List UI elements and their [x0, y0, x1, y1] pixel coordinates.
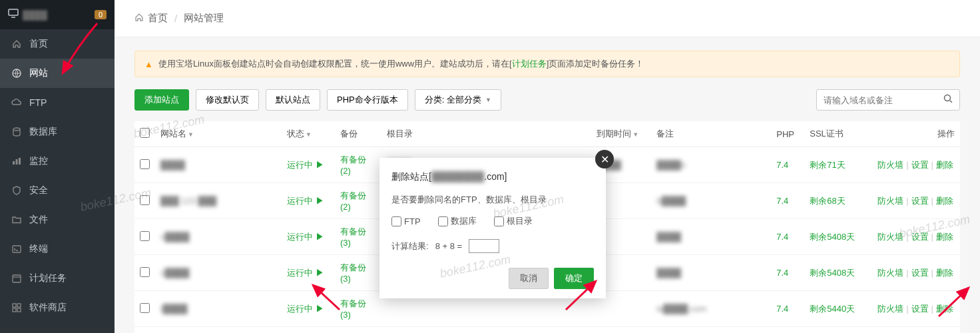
delete-link[interactable]: 删除 [936, 196, 953, 206]
root-checkbox[interactable] [494, 216, 504, 226]
delete-link[interactable]: 删除 [936, 160, 953, 170]
search-icon [943, 94, 953, 103]
backup-link[interactable]: 有备份(3) [340, 262, 366, 284]
settings-link[interactable]: 设置 [911, 304, 929, 314]
breadcrumb-home[interactable]: 首页 [148, 12, 168, 25]
svg-rect-11 [17, 304, 21, 307]
row-checkbox[interactable] [140, 303, 150, 313]
add-site-button[interactable]: 添加站点 [134, 89, 189, 111]
svg-point-3 [13, 128, 20, 131]
backup-link[interactable]: 有备份(2) [340, 190, 366, 212]
nav-item-database[interactable]: 数据库 [0, 117, 115, 147]
settings-link[interactable]: 设置 [911, 232, 929, 242]
folder-icon [11, 214, 23, 225]
svg-point-14 [945, 95, 951, 101]
nav-item-shield[interactable]: 安全 [0, 176, 115, 205]
sort-icon[interactable]: ▼ [632, 131, 638, 138]
chart-icon [11, 156, 23, 166]
nav-item-globe[interactable]: 网站 [0, 59, 115, 88]
category-select[interactable]: 分类: 全部分类 ▼ [415, 89, 501, 111]
ftp-checkbox[interactable] [391, 216, 401, 226]
home-icon [11, 39, 23, 49]
db-checkbox-label[interactable]: 数据库 [438, 215, 477, 227]
row-checkbox[interactable] [140, 231, 150, 241]
ssl-status[interactable]: 剩余68天 [810, 196, 845, 206]
database-icon [11, 127, 23, 137]
php-version[interactable]: 7.4 [776, 196, 788, 206]
confirm-button[interactable]: 确定 [554, 268, 594, 289]
status-badge[interactable]: 运行中 ▶ [287, 304, 324, 314]
site-name[interactable]: t████ [160, 304, 187, 314]
php-version[interactable]: 7.4 [776, 304, 788, 314]
db-checkbox[interactable] [438, 216, 448, 226]
calc-input[interactable] [469, 239, 499, 253]
shield-icon [11, 185, 23, 196]
nav-item-calendar[interactable]: 计划任务 [0, 264, 115, 293]
caret-down-icon: ▼ [485, 97, 491, 103]
firewall-link[interactable]: 防火墙 [877, 304, 903, 314]
site-name[interactable]: ████ [160, 160, 185, 170]
firewall-link[interactable]: 防火墙 [877, 196, 903, 206]
breadcrumb: 首页 / 网站管理 [115, 0, 980, 37]
logo-text: ████ [23, 10, 95, 20]
status-badge[interactable]: 运行中 ▶ [287, 160, 324, 170]
nav-item-terminal[interactable]: 终端 [0, 234, 115, 264]
firewall-link[interactable]: 防火墙 [877, 268, 903, 278]
svg-rect-13 [17, 308, 21, 312]
delete-link[interactable]: 删除 [936, 232, 953, 242]
cancel-button[interactable]: 取消 [509, 268, 549, 289]
svg-rect-12 [13, 308, 16, 312]
firewall-link[interactable]: 防火墙 [877, 160, 903, 170]
php-cli-button[interactable]: PHP命令行版本 [327, 89, 408, 111]
firewall-link[interactable]: 防火墙 [877, 232, 903, 242]
php-version[interactable]: 7.4 [776, 232, 788, 242]
backup-link[interactable]: 有备份(2) [340, 155, 366, 176]
site-name[interactable]: s████ [160, 268, 189, 278]
nav-item-grid[interactable]: 软件商店 [0, 293, 115, 322]
settings-link[interactable]: 设置 [911, 196, 929, 206]
sort-icon[interactable]: ▼ [188, 131, 194, 138]
search-input[interactable] [817, 91, 937, 109]
modify-default-button[interactable]: 修改默认页 [196, 89, 259, 111]
nav-item-cloud[interactable]: FTP [0, 88, 115, 117]
ssl-status[interactable]: 剩余5440天 [810, 304, 855, 314]
ssl-status[interactable]: 剩余5408天 [810, 268, 855, 278]
site-name[interactable]: ███ 123 ███ [160, 196, 216, 206]
php-version[interactable]: 7.4 [776, 160, 788, 170]
table-row: yun████.com已停止 ||有备份(3)y████7.4剩余222天防火墙… [134, 327, 960, 334]
status-badge[interactable]: 运行中 ▶ [287, 232, 324, 242]
backup-link[interactable]: 有备份(3) [340, 298, 366, 320]
root-checkbox-label[interactable]: 根目录 [494, 215, 533, 227]
calendar-icon [11, 273, 23, 284]
search-button[interactable] [937, 90, 959, 110]
settings-link[interactable]: 设置 [911, 268, 929, 278]
nav-item-folder[interactable]: 文件 [0, 205, 115, 234]
row-checkbox[interactable] [140, 195, 150, 205]
site-name[interactable]: v████ [160, 232, 189, 242]
svg-rect-4 [13, 161, 15, 165]
sort-icon[interactable]: ▼ [306, 131, 312, 138]
status-badge[interactable]: 运行中 ▶ [287, 196, 324, 206]
default-site-button[interactable]: 默认站点 [266, 89, 320, 111]
modal-close-button[interactable]: ✕ [595, 150, 614, 168]
status-badge[interactable]: 运行中 ▶ [287, 268, 324, 278]
php-version[interactable]: 7.4 [776, 268, 788, 278]
row-checkbox[interactable] [140, 159, 150, 169]
ssl-status[interactable]: 剩余71天 [810, 160, 845, 170]
settings-link[interactable]: 设置 [911, 160, 929, 170]
sidebar-header: ████ 0 [0, 0, 115, 29]
delete-link[interactable]: 删除 [936, 304, 953, 314]
calc-label: 计算结果: [391, 240, 429, 252]
calc-expression: 8 + 8 = [435, 241, 462, 251]
ftp-checkbox-label[interactable]: FTP [391, 215, 421, 227]
notification-badge[interactable]: 0 [95, 10, 107, 19]
row-checkbox[interactable] [140, 267, 150, 277]
delete-link[interactable]: 删除 [936, 268, 953, 278]
breadcrumb-current: 网站管理 [184, 12, 224, 25]
plan-task-link[interactable]: 计划任务 [512, 59, 547, 69]
nav-item-home[interactable]: 首页 [0, 29, 115, 59]
nav-item-chart[interactable]: 监控 [0, 147, 115, 176]
ssl-status[interactable]: 剩余5408天 [810, 232, 855, 242]
select-all-checkbox[interactable] [140, 128, 150, 138]
backup-link[interactable]: 有备份(3) [340, 226, 366, 248]
